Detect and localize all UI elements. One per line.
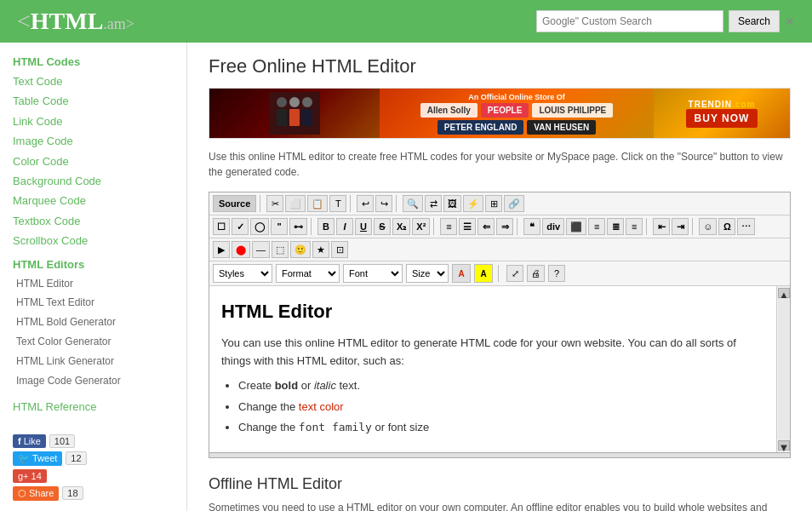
tb-underline[interactable]: U bbox=[355, 218, 372, 235]
sidebar-item-html-reference[interactable]: HTML Reference bbox=[13, 397, 174, 416]
banner-mid: An Official Online Store Of Allen Solly … bbox=[380, 88, 654, 139]
link-text[interactable]: text color bbox=[299, 400, 344, 413]
tb-align-j[interactable]: ≡ bbox=[626, 218, 643, 235]
toolbar-separator bbox=[260, 195, 263, 212]
tb-quote[interactable]: " bbox=[271, 218, 288, 235]
sidebar-item-textbox-code[interactable]: Textbox Code bbox=[13, 211, 174, 231]
sidebar-item-html-link[interactable]: HTML Link Generator bbox=[13, 352, 174, 371]
banner-brand-vanheusen: VAN HEUSEN bbox=[527, 120, 596, 135]
social-gplus-row: g+ 14 bbox=[13, 469, 174, 483]
tb-ltr[interactable]: ⇥ bbox=[672, 218, 689, 235]
bg-color-button[interactable]: A bbox=[474, 264, 493, 283]
sidebar-item-html-text-editor[interactable]: HTML Text Editor bbox=[13, 293, 174, 313]
tb-maximize[interactable]: ⤢ bbox=[506, 265, 523, 282]
tb-redo[interactable]: ↪ bbox=[375, 195, 392, 212]
site-logo[interactable]: <HTML.am> bbox=[17, 8, 134, 35]
sidebar-item-scrollbox-code[interactable]: Scrollbox Code bbox=[13, 231, 174, 250]
font-color-button[interactable]: A bbox=[452, 264, 471, 283]
tb-strike[interactable]: S bbox=[374, 218, 391, 235]
sidebar-item-background-code[interactable]: Background Code bbox=[13, 171, 174, 191]
toolbar-sep-6 bbox=[517, 218, 520, 235]
tb-ul[interactable]: ☰ bbox=[459, 218, 476, 235]
tb-frame[interactable]: ⬚ bbox=[272, 241, 289, 258]
tb-cut[interactable]: ✂ bbox=[266, 195, 283, 212]
tb-paste[interactable]: 📋 bbox=[307, 195, 328, 212]
tb-copy[interactable]: ⬜ bbox=[285, 195, 306, 212]
tb-replace[interactable]: ⇄ bbox=[425, 195, 442, 212]
tb-indent2[interactable]: ⇒ bbox=[496, 218, 513, 235]
scrollbar-up[interactable]: ▲ bbox=[778, 288, 790, 298]
font-select[interactable]: Font bbox=[343, 264, 403, 283]
tb-sub[interactable]: X₂ bbox=[392, 218, 410, 235]
tb-align-c[interactable]: ≡ bbox=[588, 218, 605, 235]
sidebar-html-codes-header: HTML Codes bbox=[13, 55, 174, 68]
sidebar-item-color-code[interactable]: Color Code bbox=[13, 152, 174, 171]
editor-body[interactable]: HTML Editor You can use this online HTML… bbox=[209, 286, 776, 452]
tb-align-r[interactable]: ≣ bbox=[607, 218, 624, 235]
tweet-count: 12 bbox=[66, 451, 86, 465]
sidebar-item-image-gen[interactable]: Image Code Generator bbox=[13, 371, 174, 391]
tb-table[interactable]: ⊞ bbox=[485, 195, 502, 212]
tb-sup[interactable]: X² bbox=[412, 218, 430, 235]
tb-form[interactable]: ⊡ bbox=[331, 241, 348, 258]
facebook-like-button[interactable]: f Like bbox=[13, 434, 46, 448]
tweet-label: Tweet bbox=[32, 453, 57, 463]
sidebar-item-html-bold[interactable]: HTML Bold Generator bbox=[13, 313, 174, 332]
tb-check[interactable]: ✓ bbox=[232, 218, 249, 235]
italic-text: italic bbox=[314, 379, 336, 392]
tb-minus[interactable]: — bbox=[252, 241, 270, 258]
search-input[interactable] bbox=[536, 10, 723, 32]
sidebar-item-link-code[interactable]: Link Code bbox=[13, 112, 174, 131]
tb-indent[interactable]: ⊷ bbox=[289, 218, 307, 235]
tb-pagebreak[interactable]: ⋯ bbox=[737, 218, 755, 235]
sidebar-item-html-editor[interactable]: HTML Editor bbox=[13, 274, 174, 294]
tb-undo[interactable]: ↩ bbox=[357, 195, 374, 212]
tb-div[interactable]: div bbox=[542, 218, 564, 235]
like-label: Like bbox=[24, 436, 41, 446]
tb-circle[interactable]: ◯ bbox=[250, 218, 269, 235]
tb-find[interactable]: 🔍 bbox=[403, 195, 423, 212]
tb-red[interactable]: ⬤ bbox=[232, 241, 250, 258]
header: <HTML.am> Search ✕ bbox=[0, 0, 812, 43]
tb-bold[interactable]: B bbox=[317, 218, 335, 235]
editor-scrollbar[interactable]: ▲ ▼ bbox=[776, 286, 790, 452]
tb-star[interactable]: ★ bbox=[312, 241, 329, 258]
tb-image[interactable]: 🖼 bbox=[443, 195, 461, 212]
source-button[interactable]: Source bbox=[213, 195, 256, 212]
sidebar-item-text-code[interactable]: Text Code bbox=[13, 72, 174, 91]
tb-special[interactable]: Ω bbox=[718, 218, 735, 235]
tb-link[interactable]: 🔗 bbox=[504, 195, 524, 212]
sidebar-item-marquee-code[interactable]: Marquee Code bbox=[13, 191, 174, 210]
close-icon[interactable]: ✕ bbox=[785, 14, 795, 28]
tb-ol[interactable]: ≡ bbox=[440, 218, 457, 235]
tb-outdent[interactable]: ⇐ bbox=[477, 218, 495, 235]
tb-italic[interactable]: I bbox=[336, 218, 353, 235]
tb-emoji[interactable]: ☺ bbox=[699, 218, 717, 235]
tb-print[interactable]: 🖨 bbox=[527, 265, 545, 282]
tb-blockquote[interactable]: ❝ bbox=[523, 218, 540, 235]
svg-rect-6 bbox=[302, 109, 312, 126]
gplus-button[interactable]: g+ 14 bbox=[13, 469, 47, 483]
styles-select[interactable]: Styles bbox=[213, 264, 272, 283]
format-select[interactable]: Format bbox=[276, 264, 340, 283]
twitter-tweet-button[interactable]: 🐦 Tweet bbox=[13, 451, 62, 466]
tb-checkbox[interactable]: ☐ bbox=[213, 218, 230, 235]
sidebar-item-table-code[interactable]: Table Code bbox=[13, 91, 174, 111]
tb-flash[interactable]: ⚡ bbox=[463, 195, 483, 212]
search-button[interactable]: Search bbox=[729, 10, 780, 32]
share-button[interactable]: ⬡ Share bbox=[13, 486, 59, 501]
toolbar-separator-3 bbox=[396, 195, 399, 212]
tb-smiley[interactable]: 🙂 bbox=[290, 241, 311, 258]
tb-help[interactable]: ? bbox=[548, 265, 565, 282]
sidebar-item-image-code[interactable]: Image Code bbox=[13, 131, 174, 151]
editor-resize-handle[interactable] bbox=[209, 452, 790, 457]
tb-pastetext[interactable]: T bbox=[329, 195, 346, 212]
editor-list-item-3: Change the font family or font size bbox=[238, 419, 759, 437]
size-select[interactable]: Size bbox=[406, 264, 449, 283]
buy-now-button[interactable]: BUY NOW bbox=[686, 109, 758, 128]
tb-align-l[interactable]: ⬛ bbox=[566, 218, 586, 235]
sidebar-item-text-color[interactable]: Text Color Generator bbox=[13, 332, 174, 352]
tb-media[interactable]: ▶ bbox=[213, 241, 230, 258]
tb-rtl[interactable]: ⇤ bbox=[653, 218, 670, 235]
scrollbar-down[interactable]: ▼ bbox=[778, 440, 790, 451]
